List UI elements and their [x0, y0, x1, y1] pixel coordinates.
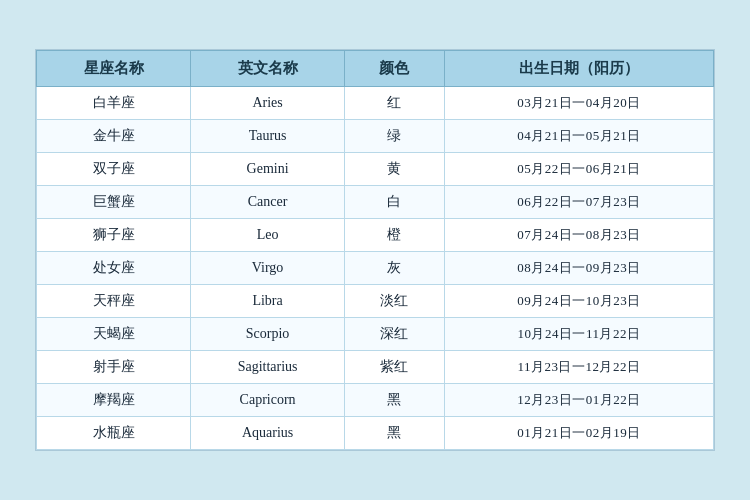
- cell-english-name: Gemini: [191, 153, 345, 186]
- cell-color: 绿: [345, 120, 445, 153]
- cell-chinese-name: 处女座: [37, 252, 191, 285]
- cell-dates: 04月21日一05月21日: [444, 120, 713, 153]
- table-body: 白羊座Aries红03月21日一04月20日金牛座Taurus绿04月21日一0…: [37, 87, 714, 450]
- cell-english-name: Sagittarius: [191, 351, 345, 384]
- cell-english-name: Aquarius: [191, 417, 345, 450]
- cell-dates: 09月24日一10月23日: [444, 285, 713, 318]
- cell-chinese-name: 双子座: [37, 153, 191, 186]
- table-row: 巨蟹座Cancer白06月22日一07月23日: [37, 186, 714, 219]
- table-row: 处女座Virgo灰08月24日一09月23日: [37, 252, 714, 285]
- cell-english-name: Aries: [191, 87, 345, 120]
- cell-color: 黑: [345, 384, 445, 417]
- cell-dates: 12月23日一01月22日: [444, 384, 713, 417]
- cell-dates: 03月21日一04月20日: [444, 87, 713, 120]
- header-chinese-name: 星座名称: [37, 51, 191, 87]
- cell-english-name: Taurus: [191, 120, 345, 153]
- cell-dates: 08月24日一09月23日: [444, 252, 713, 285]
- cell-dates: 01月21日一02月19日: [444, 417, 713, 450]
- cell-dates: 11月23日一12月22日: [444, 351, 713, 384]
- zodiac-table-container: 星座名称 英文名称 颜色 出生日期（阳历） 白羊座Aries红03月21日一04…: [35, 49, 715, 451]
- cell-chinese-name: 水瓶座: [37, 417, 191, 450]
- cell-color: 黑: [345, 417, 445, 450]
- cell-color: 紫红: [345, 351, 445, 384]
- zodiac-table: 星座名称 英文名称 颜色 出生日期（阳历） 白羊座Aries红03月21日一04…: [36, 50, 714, 450]
- cell-english-name: Cancer: [191, 186, 345, 219]
- cell-color: 深红: [345, 318, 445, 351]
- cell-chinese-name: 白羊座: [37, 87, 191, 120]
- table-header-row: 星座名称 英文名称 颜色 出生日期（阳历）: [37, 51, 714, 87]
- cell-english-name: Scorpio: [191, 318, 345, 351]
- header-dates: 出生日期（阳历）: [444, 51, 713, 87]
- cell-color: 红: [345, 87, 445, 120]
- table-row: 金牛座Taurus绿04月21日一05月21日: [37, 120, 714, 153]
- cell-chinese-name: 狮子座: [37, 219, 191, 252]
- cell-english-name: Libra: [191, 285, 345, 318]
- cell-color: 橙: [345, 219, 445, 252]
- table-row: 水瓶座Aquarius黑01月21日一02月19日: [37, 417, 714, 450]
- table-row: 射手座Sagittarius紫红11月23日一12月22日: [37, 351, 714, 384]
- table-row: 天秤座Libra淡红09月24日一10月23日: [37, 285, 714, 318]
- header-english-name: 英文名称: [191, 51, 345, 87]
- cell-color: 灰: [345, 252, 445, 285]
- cell-chinese-name: 天秤座: [37, 285, 191, 318]
- cell-english-name: Leo: [191, 219, 345, 252]
- cell-dates: 07月24日一08月23日: [444, 219, 713, 252]
- cell-chinese-name: 射手座: [37, 351, 191, 384]
- cell-chinese-name: 摩羯座: [37, 384, 191, 417]
- table-row: 狮子座Leo橙07月24日一08月23日: [37, 219, 714, 252]
- cell-dates: 05月22日一06月21日: [444, 153, 713, 186]
- table-row: 双子座Gemini黄05月22日一06月21日: [37, 153, 714, 186]
- cell-dates: 06月22日一07月23日: [444, 186, 713, 219]
- cell-english-name: Virgo: [191, 252, 345, 285]
- cell-color: 白: [345, 186, 445, 219]
- cell-color: 黄: [345, 153, 445, 186]
- cell-dates: 10月24日一11月22日: [444, 318, 713, 351]
- cell-english-name: Capricorn: [191, 384, 345, 417]
- table-row: 摩羯座Capricorn黑12月23日一01月22日: [37, 384, 714, 417]
- cell-chinese-name: 金牛座: [37, 120, 191, 153]
- cell-chinese-name: 天蝎座: [37, 318, 191, 351]
- header-color: 颜色: [345, 51, 445, 87]
- table-row: 天蝎座Scorpio深红10月24日一11月22日: [37, 318, 714, 351]
- table-row: 白羊座Aries红03月21日一04月20日: [37, 87, 714, 120]
- cell-color: 淡红: [345, 285, 445, 318]
- cell-chinese-name: 巨蟹座: [37, 186, 191, 219]
